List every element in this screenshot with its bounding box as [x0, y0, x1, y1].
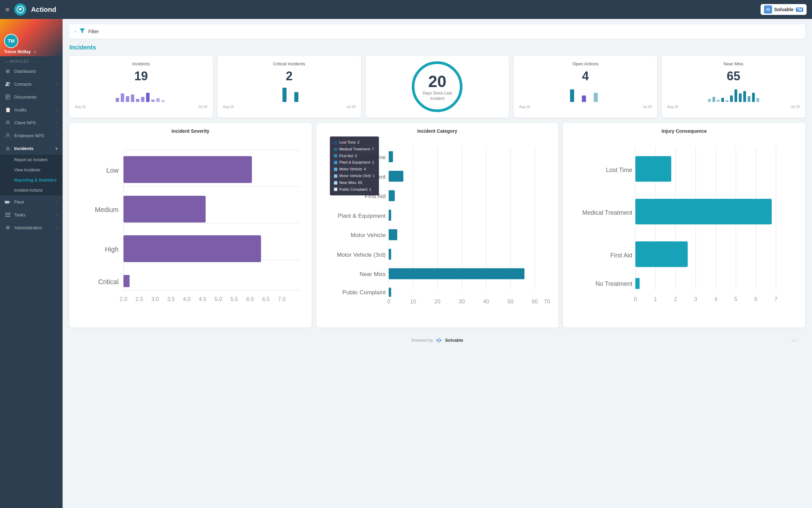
- category-tooltip: Lost Time: 2 Medical Treatment: 7 First …: [330, 136, 379, 195]
- sidebar-item-contacts[interactable]: Contacts ›: [0, 78, 63, 90]
- footer-brand: Solvable: [445, 338, 463, 343]
- svg-text:3: 3: [694, 296, 697, 302]
- svg-marker-15: [9, 201, 10, 203]
- svg-text:2: 2: [674, 296, 677, 302]
- stat-card-incidents: Incidents 19 Aug 19Jul 20: [69, 56, 213, 118]
- svg-text:10: 10: [410, 298, 416, 304]
- svg-rect-91: [389, 249, 391, 259]
- svg-text:4: 4: [714, 296, 717, 302]
- svg-rect-57: [123, 196, 206, 223]
- fleet-icon: [5, 199, 11, 205]
- contacts-arrow: ›: [57, 82, 58, 86]
- svg-rect-37: [708, 99, 711, 102]
- chart-card-category: Incident Category Lost Time: 2 Medical T…: [316, 123, 559, 327]
- sidebar-item-dashboard[interactable]: ⊞ Dashboard: [0, 65, 63, 78]
- svg-text:3.5: 3.5: [167, 296, 175, 302]
- stat-near-miss-dates: Aug 19Jul 20: [667, 105, 800, 109]
- sidebar-item-documents[interactable]: Documents: [0, 90, 63, 103]
- footer: Powered by Solvable v1.7: [69, 333, 805, 348]
- severity-chart-svg: Low Medium High Critical 2.0 2.5 3.0 3.5: [75, 138, 306, 321]
- svg-text:2.0: 2.0: [120, 296, 128, 302]
- svg-text:Near Miss: Near Miss: [360, 271, 386, 277]
- sidebar-item-client-nps[interactable]: Client NPS ›: [0, 116, 63, 129]
- sidebar-label-dashboard: Dashboard: [14, 69, 36, 74]
- sidebar-label-incidents: Incidents: [14, 146, 33, 151]
- sidebar-label-audits: Audits: [14, 107, 26, 112]
- sidebar-item-tasks[interactable]: Tasks ›: [0, 208, 63, 221]
- svg-rect-38: [713, 97, 715, 102]
- svg-text:70: 70: [544, 298, 550, 304]
- sidebar-label-documents: Documents: [14, 94, 37, 100]
- incidents-arrow: ∨: [55, 146, 58, 151]
- hamburger-menu[interactable]: ≡: [5, 6, 9, 14]
- svg-text:High: High: [105, 246, 119, 253]
- sidebar-label-employee-nps: Employee NPS: [14, 133, 44, 138]
- sidebar-subitem-view-incidents[interactable]: View Incidents: [0, 165, 63, 175]
- svg-point-129: [436, 339, 438, 341]
- svg-rect-59: [123, 235, 261, 262]
- sidebar-item-administration[interactable]: ⚙ Administration ›: [0, 221, 63, 234]
- sidebar-subitem-report-incident[interactable]: Report an Incident: [0, 155, 63, 165]
- solvable-text: Solvable: [774, 7, 794, 12]
- svg-point-131: [440, 339, 442, 341]
- svg-rect-115: [635, 199, 772, 225]
- incidents-icon: ⚠: [5, 145, 11, 151]
- sidebar-item-incidents[interactable]: ⚠ Incidents ∨: [0, 142, 63, 155]
- svg-rect-45: [743, 91, 746, 102]
- svg-text:7.0: 7.0: [278, 296, 286, 302]
- svg-rect-36: [594, 93, 598, 102]
- svg-point-132: [438, 341, 440, 342]
- footer-version: v1.7: [791, 338, 798, 342]
- svg-text:No Treatment: No Treatment: [595, 280, 632, 287]
- svg-rect-119: [635, 278, 640, 289]
- svg-rect-46: [748, 96, 750, 102]
- svg-rect-31: [161, 100, 165, 102]
- svg-point-1: [19, 8, 21, 10]
- category-chart-title: Incident Category: [322, 128, 553, 134]
- solvable-brand: Solvable TM: [761, 4, 807, 15]
- employee-nps-arrow: ›: [57, 133, 58, 137]
- svg-rect-32: [283, 88, 287, 102]
- svg-rect-41: [726, 100, 728, 102]
- svg-text:60: 60: [532, 298, 538, 304]
- svg-text:First Aid: First Aid: [610, 252, 632, 259]
- stat-incidents-dates: Aug 19Jul 20: [75, 105, 207, 109]
- svg-text:4.5: 4.5: [199, 296, 207, 302]
- stat-incidents-value: 19: [134, 69, 148, 83]
- svg-text:Plant & Equipment: Plant & Equipment: [338, 213, 386, 219]
- svg-text:20: 20: [434, 298, 440, 304]
- sidebar-item-fleet[interactable]: Fleet ›: [0, 195, 63, 208]
- svg-text:30: 30: [458, 298, 465, 304]
- sidebar-item-audits[interactable]: 📋 Audits ›: [0, 103, 63, 116]
- svg-rect-44: [739, 93, 742, 102]
- tasks-arrow: ›: [57, 213, 58, 217]
- stat-near-miss-chart: [667, 86, 800, 103]
- powered-by-text: Powered by: [411, 338, 433, 343]
- svg-text:5.0: 5.0: [215, 296, 222, 302]
- svg-rect-30: [156, 98, 160, 102]
- svg-text:6.0: 6.0: [246, 296, 254, 302]
- svg-text:6.5: 6.5: [262, 296, 270, 302]
- svg-rect-87: [389, 210, 391, 220]
- svg-rect-26: [136, 99, 139, 102]
- filter-bar[interactable]: › Filter: [69, 24, 805, 39]
- svg-text:Critical: Critical: [98, 278, 118, 285]
- stat-open-actions-chart: [519, 86, 652, 103]
- svg-text:5.5: 5.5: [230, 296, 238, 302]
- svg-text:0: 0: [387, 298, 390, 304]
- sidebar-subitem-reporting-statistics[interactable]: Reporting & Statistics: [0, 175, 63, 185]
- sidebar-subitem-incident-actions[interactable]: Incident Actions: [0, 185, 63, 195]
- audits-icon: 📋: [5, 107, 11, 113]
- sidebar-username[interactable]: Trevor McBay ▼: [4, 49, 37, 54]
- stat-card-critical-incidents: Critical Incidents 2 Aug 19Jul 20: [218, 56, 361, 118]
- svg-rect-85: [389, 190, 395, 201]
- svg-rect-93: [389, 268, 524, 279]
- severity-chart-title: Incident Severity: [75, 128, 306, 134]
- incidents-submenu: Report an Incident View Incidents Report…: [0, 155, 63, 195]
- svg-point-2: [766, 9, 767, 10]
- stat-open-actions-title: Open Actions: [572, 61, 599, 66]
- svg-point-130: [438, 338, 440, 340]
- sidebar-item-employee-nps[interactable]: Employee NPS ›: [0, 129, 63, 142]
- main-content: › Filter Incidents Incidents 19: [63, 19, 812, 508]
- filter-expand-arrow[interactable]: ›: [75, 29, 76, 34]
